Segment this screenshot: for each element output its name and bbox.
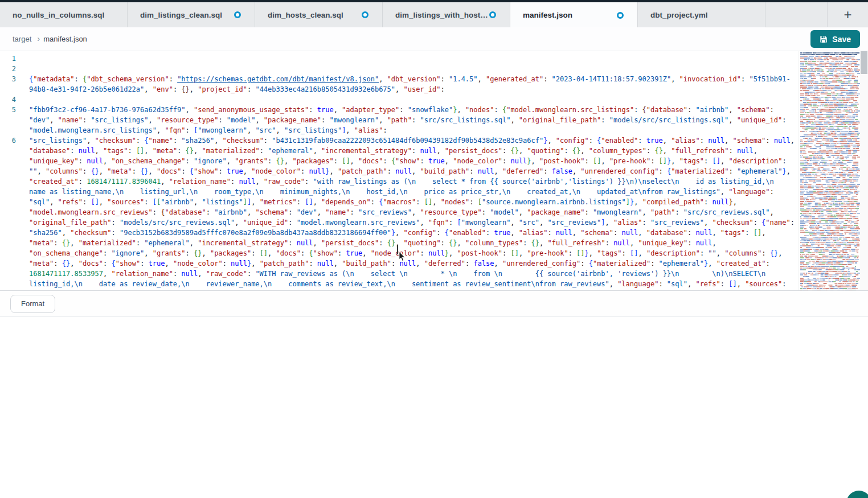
tab-label: manifest.json	[523, 11, 572, 19]
code-editor: 1 2 3{"metadata": {"dbt_schema_version":…	[0, 51, 868, 290]
code-line: 2	[0, 64, 799, 74]
line-number: 6	[0, 135, 24, 290]
save-button-label: Save	[832, 35, 851, 44]
breadcrumb-bar: target › manifest.json Save	[0, 27, 868, 51]
code-line-text: "fbb9f3c2-cf96-4a17-b736-976a62d35ff9", …	[24, 105, 799, 135]
editor-footer-bar: Format	[0, 290, 868, 317]
code-line-text	[24, 53, 799, 64]
tab-dim-listings-clean-sql[interactable]: dim_listings_clean.sql	[128, 2, 255, 27]
save-button[interactable]: Save	[810, 30, 860, 48]
mouse-pointer-icon	[398, 252, 406, 264]
tab-label: dbt_project.yml	[650, 11, 708, 19]
editor-scrollbar-thumb[interactable]	[861, 51, 867, 74]
line-number: 1	[0, 53, 24, 64]
unsaved-dot-icon	[362, 11, 369, 18]
code-line: 3{"metadata": {"dbt_schema_version": "ht…	[0, 74, 799, 94]
tab-label: dim_hosts_clean.sql	[268, 11, 343, 19]
new-tab-zone: +	[827, 2, 868, 27]
editor-scrollbar	[860, 51, 868, 290]
breadcrumb-file: manifest.json	[43, 35, 87, 43]
results-panel	[0, 317, 868, 498]
tab-label: dim_listings_clean.sql	[140, 11, 222, 19]
tab-no-nulls-in-columns-sql[interactable]: no_nulls_in_columns.sql	[0, 2, 128, 27]
line-number: 5	[0, 105, 24, 135]
code-line: 4	[0, 94, 799, 105]
code-line-text	[24, 64, 799, 74]
tab-dim-listings-with-hosts-sql[interactable]: dim_listings_with_hosts.sql	[383, 2, 510, 27]
unsaved-dot-icon	[234, 11, 241, 18]
code-line: 6"src_listings", "checksum": {"name": "s…	[0, 135, 799, 290]
tab-label: no_nulls_in_columns.sql	[13, 11, 104, 19]
format-button[interactable]: Format	[10, 295, 55, 313]
tab-bar: no_nulls_in_columns.sqldim_listings_clea…	[0, 2, 868, 27]
breadcrumb-chevron-icon: ›	[37, 34, 40, 43]
code-line: 1	[0, 53, 799, 64]
code-line-text: "src_listings", "checksum": {"name": "sh…	[24, 135, 799, 290]
code-line-text	[24, 94, 799, 105]
code-line: 5"fbb9f3c2-cf96-4a17-b736-976a62d35ff9",…	[0, 105, 799, 135]
line-number: 2	[0, 64, 24, 74]
tab-dbt-project-yml[interactable]: dbt_project.yml	[638, 2, 765, 27]
tab-label: dim_listings_with_hosts.sql	[395, 11, 489, 19]
tab-manifest-json[interactable]: manifest.json	[510, 2, 638, 28]
breadcrumb-folder: target	[13, 35, 31, 43]
tab-dim-hosts-clean-sql[interactable]: dim_hosts_clean.sql	[255, 2, 383, 27]
save-icon	[820, 35, 828, 43]
unsaved-dot-icon	[617, 12, 624, 19]
code-line-text: {"metadata": {"dbt_schema_version": "htt…	[24, 74, 799, 94]
unsaved-dot-icon	[489, 11, 496, 18]
line-number: 4	[0, 94, 24, 105]
new-tab-button[interactable]: +	[844, 8, 851, 22]
minimap[interactable]	[799, 51, 860, 290]
line-number: 3	[0, 74, 24, 94]
tab-bar-filler: +	[765, 2, 868, 27]
